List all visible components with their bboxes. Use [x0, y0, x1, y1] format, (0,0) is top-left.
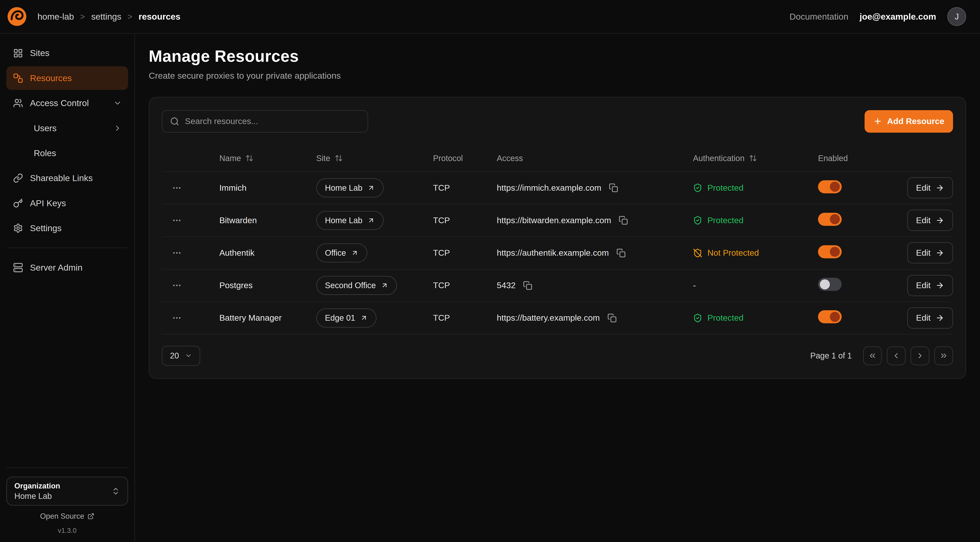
prev-page-button[interactable] — [887, 346, 906, 365]
sidebar-item-sites[interactable]: Sites — [6, 41, 128, 65]
page-subtitle: Create secure proxies to your private ap… — [149, 71, 966, 81]
protocol: TCP — [433, 248, 497, 258]
add-resource-button[interactable]: Add Resource — [865, 110, 953, 132]
enabled-toggle[interactable] — [818, 245, 842, 258]
col-header-site[interactable]: Site — [316, 154, 433, 163]
resources-card: Add Resource Name Site — [149, 97, 966, 379]
site-link[interactable]: Second Office — [316, 276, 397, 295]
page-size-select[interactable]: 20 — [162, 346, 200, 366]
row-menu-button[interactable] — [169, 180, 184, 195]
open-source-link[interactable]: Open Source — [6, 512, 128, 521]
access-url: https://authentik.example.com — [497, 248, 609, 258]
sort-icon — [245, 154, 253, 162]
chevron-right-icon — [113, 124, 122, 132]
shield-check-icon — [693, 215, 702, 225]
breadcrumb-separator: > — [128, 12, 132, 21]
copy-icon — [608, 313, 617, 323]
user-email: joe@example.com — [860, 12, 936, 22]
sidebar-item-resources[interactable]: Resources — [6, 66, 128, 90]
site-name: Home Lab — [325, 183, 363, 193]
site-link[interactable]: Office — [316, 244, 368, 263]
enabled-toggle[interactable] — [818, 278, 842, 291]
col-header-protocol: Protocol — [433, 154, 497, 163]
row-menu-button[interactable] — [169, 311, 184, 325]
sidebar-item-access-control[interactable]: Access Control — [6, 91, 128, 115]
resource-name: Battery Manager — [220, 313, 316, 323]
auth-status: Protected — [693, 183, 818, 193]
breadcrumb-separator: > — [80, 12, 85, 21]
app-logo[interactable] — [6, 6, 27, 27]
copy-icon — [619, 215, 628, 225]
chevron-left-icon — [892, 351, 900, 360]
external-link-icon — [368, 184, 375, 192]
chevron-down-icon — [185, 352, 192, 360]
search-input[interactable] — [185, 116, 360, 126]
copy-button[interactable] — [608, 182, 619, 194]
enabled-toggle[interactable] — [818, 213, 842, 226]
arrow-right-icon — [935, 183, 944, 192]
ellipsis-icon — [172, 313, 182, 323]
last-page-button[interactable] — [934, 346, 953, 365]
copy-button[interactable] — [615, 247, 627, 259]
row-menu-button[interactable] — [169, 213, 184, 228]
pagination: Page 1 of 1 — [810, 346, 953, 365]
edit-button[interactable]: Edit — [907, 308, 953, 328]
sidebar-item-api-keys[interactable]: API Keys — [6, 191, 128, 215]
copy-button[interactable] — [617, 214, 629, 226]
enabled-toggle[interactable] — [818, 180, 842, 193]
sidebar-item-shareable-links[interactable]: Shareable Links — [6, 166, 128, 190]
breadcrumb-settings[interactable]: settings — [91, 12, 121, 22]
edit-button[interactable]: Edit — [907, 275, 953, 296]
external-link-icon — [88, 513, 94, 520]
search-box — [162, 110, 368, 132]
site-link[interactable]: Home Lab — [316, 178, 383, 198]
grid-icon — [13, 48, 24, 59]
access-url: https://immich.example.com — [497, 183, 601, 193]
shield-off-icon — [693, 248, 702, 258]
main-content: Manage Resources Create secure proxies t… — [135, 34, 980, 542]
copy-icon — [616, 248, 626, 258]
edit-button[interactable]: Edit — [907, 177, 953, 198]
sidebar: Sites Resources Access Control Users — [0, 34, 135, 542]
sidebar-nav: Sites Resources Access Control Users — [6, 41, 128, 279]
ellipsis-icon — [172, 248, 182, 258]
site-link[interactable]: Edge 01 — [316, 308, 377, 328]
next-page-button[interactable] — [910, 346, 929, 365]
sidebar-item-server-admin[interactable]: Server Admin — [6, 256, 128, 279]
col-header-authentication[interactable]: Authentication — [693, 154, 818, 163]
link-icon — [13, 172, 24, 184]
first-page-button[interactable] — [863, 346, 882, 365]
copy-button[interactable] — [522, 280, 534, 292]
enabled-toggle[interactable] — [818, 310, 842, 323]
card-toolbar: Add Resource — [162, 110, 953, 132]
edit-button[interactable]: Edit — [907, 210, 953, 231]
resource-name: Bitwarden — [220, 215, 316, 225]
table-row: Bitwarden Home Lab TCP https://bitwarden… — [162, 204, 953, 236]
sidebar-item-roles[interactable]: Roles — [6, 141, 128, 165]
sidebar-item-users[interactable]: Users — [6, 116, 128, 140]
resource-name: Immich — [220, 183, 316, 193]
organization-name: Home Lab — [14, 491, 60, 501]
breadcrumb-current-page: resources — [138, 12, 180, 22]
chevrons-right-icon — [939, 351, 948, 360]
table-header-row: Name Site Protocol Access — [162, 145, 953, 171]
site-link[interactable]: Home Lab — [316, 211, 383, 230]
organization-selector[interactable]: Organization Home Lab — [6, 477, 128, 505]
ellipsis-icon — [172, 215, 182, 225]
row-menu-button[interactable] — [169, 278, 184, 293]
gear-icon — [13, 223, 24, 234]
row-menu-button[interactable] — [169, 245, 184, 260]
ellipsis-icon — [172, 281, 182, 290]
col-header-name[interactable]: Name — [220, 154, 316, 163]
sidebar-item-settings[interactable]: Settings — [6, 216, 128, 240]
documentation-link[interactable]: Documentation — [789, 12, 848, 22]
access-url: 5432 — [497, 281, 515, 290]
auth-status: - — [693, 281, 818, 290]
auth-label: Protected — [708, 313, 744, 323]
copy-button[interactable] — [606, 312, 618, 324]
table-row: Authentik Office TCP https://authentik.e… — [162, 236, 953, 269]
table-row: Postgres Second Office TCP 5432 — [162, 269, 953, 301]
breadcrumb-org[interactable]: home-lab — [38, 12, 74, 22]
avatar[interactable]: J — [947, 7, 966, 26]
edit-button[interactable]: Edit — [907, 242, 953, 263]
